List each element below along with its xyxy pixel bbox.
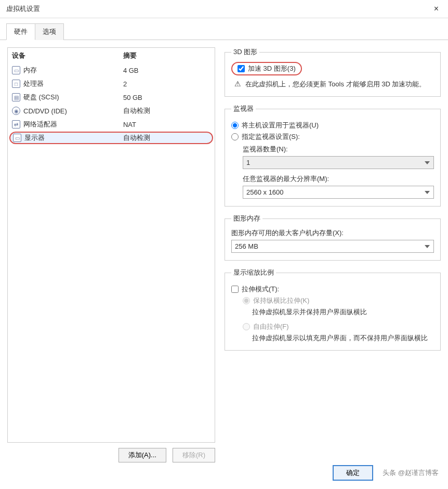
close-icon[interactable]: × [431,4,442,14]
free-stretch-desc: 拉伸虚拟机显示以填充用户界面，而不保持用户界面纵横比 [252,333,434,343]
legend-monitors: 监视器 [231,104,256,113]
add-button[interactable]: 添加(A)... [118,448,166,462]
ok-button[interactable]: 确定 [333,465,373,481]
maxres-select[interactable]: 2560 x 1600 [243,186,434,199]
table-row-display[interactable]: ▭显示器 自动检测 [9,132,213,144]
tab-options[interactable]: 选项 [35,23,64,40]
group-vram: 图形内存 图形内存可用的最大客户机内存量(X): 256 MB [225,214,441,261]
warning-icon: ⚠ [234,80,241,89]
group-3d-graphics: 3D 图形 加速 3D 图形(3) ⚠ 在此虚拟机上，您必须更新 Tools 才… [225,47,441,97]
radio-free-stretch: 自由拉伸(F) [243,322,434,331]
radio-free-stretch-label: 自由拉伸(F) [253,322,289,331]
legend-vram: 图形内存 [231,214,262,223]
display-icon: ▭ [13,134,21,142]
vram-select[interactable]: 256 MB [231,240,434,253]
monitor-count-label: 监视器数量(N): [243,145,434,154]
group-monitors: 监视器 将主机设置用于监视器(U) 指定监视器设置(S): 监视器数量(N): … [225,104,441,207]
net-icon: ⇄ [12,120,20,128]
warning-text: 在此虚拟机上，您必须更新 Tools 才能够启用 3D 加速功能。 [245,80,426,89]
device-name: CD/DVD (IDE) [23,107,67,115]
radio-specify-input[interactable] [231,133,239,140]
device-summary: NAT [123,121,210,128]
radio-use-host-label: 将主机设置用于监视器(U) [242,121,319,130]
stretch-mode-input[interactable] [231,286,239,293]
tab-hardware[interactable]: 硬件 [6,23,35,40]
table-row[interactable]: ◉CD/DVD (IDE) 自动检测 [8,104,215,118]
radio-specify-label: 指定监视器设置(S): [242,132,300,141]
radio-keep-ratio: 保持纵横比拉伸(K) [243,296,434,305]
maxres-label: 任意监视器的最大分辨率(M): [243,174,434,184]
device-name: 内存 [23,66,37,75]
device-name: 网络适配器 [23,120,57,129]
col-summary: 摘要 [123,51,210,60]
accel-3d-label: 加速 3D 图形(3) [248,64,296,73]
device-summary: 自动检测 [123,133,209,143]
keep-ratio-desc: 拉伸虚拟机显示并保持用户界面纵横比 [252,307,434,317]
watermark-text: 头条 @赵谨言博客 [383,468,439,478]
window-title: 虚拟机设置 [6,4,431,14]
device-name: 显示器 [24,133,45,143]
accel-3d-checkbox-wrap[interactable]: 加速 3D 图形(3) [231,62,302,75]
radio-keep-ratio-label: 保持纵横比拉伸(K) [253,296,309,305]
remove-button: 移除(R) [173,448,215,462]
table-row[interactable]: ⇄网络适配器 NAT [8,118,215,131]
table-row[interactable]: ▤硬盘 (SCSI) 50 GB [8,91,215,104]
device-summary: 自动检测 [123,106,210,115]
table-row[interactable]: ▭内存 4 GB [8,63,215,77]
table-row[interactable]: □处理器 2 [8,77,215,91]
radio-use-host-input[interactable] [231,122,239,129]
disc-icon: ◉ [12,107,20,115]
stretch-mode-checkbox[interactable]: 拉伸模式(T): [231,285,434,294]
device-summary: 50 GB [123,94,210,101]
hardware-table: 设备 摘要 ▭内存 4 GB □处理器 2 ▤硬盘 (SCSI) 50 GB ◉… [7,47,215,443]
device-name: 处理器 [23,79,44,88]
radio-keep-ratio-input [243,297,250,304]
ram-icon: ▭ [12,66,20,74]
accel-3d-checkbox[interactable] [238,65,245,72]
device-summary: 2 [123,80,210,88]
radio-use-host[interactable]: 将主机设置用于监视器(U) [231,121,434,130]
col-device: 设备 [12,51,123,60]
device-summary: 4 GB [123,67,210,74]
legend-scale: 显示缩放比例 [231,268,276,277]
device-name: 硬盘 (SCSI) [23,93,59,102]
radio-specify[interactable]: 指定监视器设置(S): [231,132,434,141]
radio-free-stretch-input [243,323,250,330]
stretch-mode-label: 拉伸模式(T): [242,285,279,294]
vram-label: 图形内存可用的最大客户机内存量(X): [231,228,434,238]
cpu-icon: □ [12,80,20,88]
monitor-count-select: 1 [243,156,434,169]
legend-3d: 3D 图形 [231,47,259,57]
group-scale: 显示缩放比例 拉伸模式(T): 保持纵横比拉伸(K) 拉伸虚拟机显示并保持用户界… [225,268,441,351]
hdd-icon: ▤ [12,93,20,101]
